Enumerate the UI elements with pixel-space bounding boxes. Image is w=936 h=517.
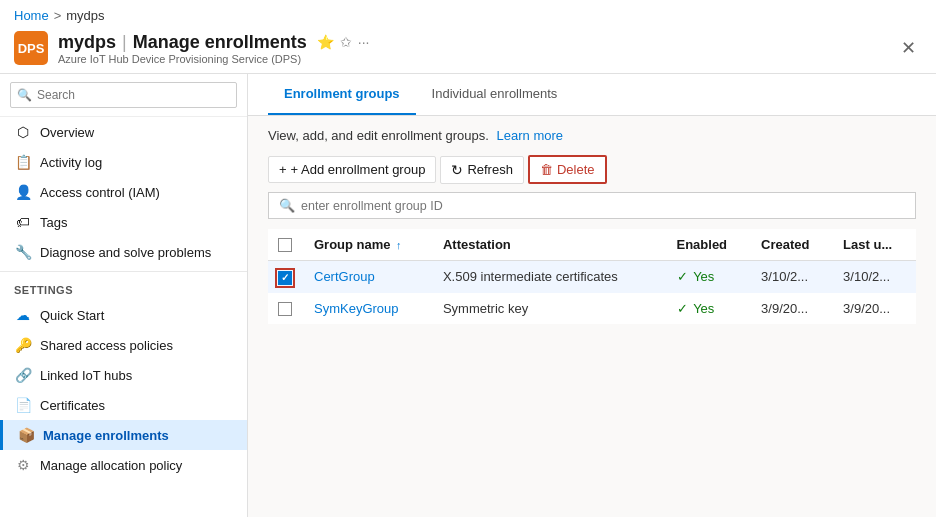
row2-created: 3/9/20... [751, 293, 833, 325]
search-icon: 🔍 [279, 198, 295, 213]
sidebar-item-tags[interactable]: 🏷 Tags [0, 207, 247, 237]
header-resource-name: mydps [58, 32, 116, 53]
diagnose-icon: 🔧 [14, 244, 32, 260]
row1-checkbox-cell[interactable]: ✓ [268, 261, 304, 293]
access-control-icon: 👤 [14, 184, 32, 200]
header-checkbox[interactable] [278, 238, 292, 252]
sidebar-manageenroll-label: Manage enrollments [43, 428, 169, 443]
service-icon: DPS [14, 31, 48, 65]
sidebar-search-icon: 🔍 [17, 88, 32, 102]
delete-button[interactable]: 🗑 Delete [528, 155, 607, 184]
tab-enrollment-groups[interactable]: Enrollment groups [268, 74, 416, 115]
sidebar-search-input[interactable] [10, 82, 237, 108]
row2-last-updated: 3/9/20... [833, 293, 916, 325]
content-area: Enrollment groups Individual enrollments… [248, 74, 936, 517]
col-checkbox [268, 229, 304, 261]
certgroup-link[interactable]: CertGroup [314, 269, 375, 284]
add-label: + Add enrollment group [291, 162, 426, 177]
shared-access-icon: 🔑 [14, 337, 32, 353]
refresh-button[interactable]: ↻ Refresh [440, 156, 524, 184]
add-icon: + [279, 162, 287, 177]
sidebar-managealloc-label: Manage allocation policy [40, 458, 182, 473]
sidebar-access-label: Access control (IAM) [40, 185, 160, 200]
enrollment-table: Group name ↑ Attestation Enabled Created [268, 229, 916, 324]
sidebar-tags-label: Tags [40, 215, 67, 230]
description: View, add, and edit enrollment groups. L… [268, 128, 916, 143]
row2-checkbox[interactable] [278, 302, 292, 316]
symkeygroup-link[interactable]: SymKeyGroup [314, 301, 399, 316]
sort-icon: ↑ [396, 239, 402, 251]
sidebar-item-shared-access[interactable]: 🔑 Shared access policies [0, 330, 247, 360]
refresh-icon: ↻ [451, 162, 463, 178]
search-bar: 🔍 [268, 192, 916, 219]
title-bar: Home > mydps DPS mydps | Manage enrollme… [0, 0, 936, 74]
row1-group-name[interactable]: CertGroup [304, 261, 433, 293]
bookmark-icon[interactable]: ✩ [340, 34, 352, 50]
sidebar-diagnose-label: Diagnose and solve problems [40, 245, 211, 260]
tab-individual-enrollments[interactable]: Individual enrollments [416, 74, 574, 115]
toolbar: + + Add enrollment group ↻ Refresh 🗑 Del… [268, 151, 916, 192]
header-row: DPS mydps | Manage enrollments ⭐ ✩ ··· A… [14, 27, 922, 73]
header-page-title: Manage enrollments [133, 32, 307, 53]
col-enabled: Enabled [667, 229, 752, 261]
sidebar-item-certificates[interactable]: 📄 Certificates [0, 390, 247, 420]
sidebar-search-wrap: 🔍 [0, 74, 247, 117]
enrollment-search-input[interactable] [301, 199, 905, 213]
row1-enabled: ✓ Yes [667, 261, 752, 293]
certificates-icon: 📄 [14, 397, 32, 413]
delete-label: Delete [557, 162, 595, 177]
sidebar-item-access-control[interactable]: 👤 Access control (IAM) [0, 177, 247, 207]
sidebar-item-manage-enrollments[interactable]: 📦 Manage enrollments [0, 420, 247, 450]
sidebar-item-manage-allocation[interactable]: ⚙ Manage allocation policy [0, 450, 247, 480]
more-icon[interactable]: ··· [358, 34, 370, 50]
row2-attestation: Symmetric key [433, 293, 667, 325]
table-row[interactable]: SymKeyGroup Symmetric key ✓ Yes 3/9/20..… [268, 293, 916, 325]
overview-icon: ⬡ [14, 124, 32, 140]
delete-icon: 🗑 [540, 162, 553, 177]
close-button[interactable]: ✕ [895, 35, 922, 61]
sidebar-item-diagnose[interactable]: 🔧 Diagnose and solve problems [0, 237, 247, 267]
sidebar-item-overview[interactable]: ⬡ Overview [0, 117, 247, 147]
sidebar-quickstart-label: Quick Start [40, 308, 104, 323]
row2-checkbox-cell[interactable] [268, 293, 304, 325]
sidebar-shared-label: Shared access policies [40, 338, 173, 353]
content-inner: View, add, and edit enrollment groups. L… [248, 116, 936, 344]
header-pipe: | [122, 32, 127, 53]
col-group-name[interactable]: Group name ↑ [304, 229, 433, 261]
row1-checkbox[interactable]: ✓ [278, 271, 292, 285]
sidebar: 🔍 ⬡ Overview 📋 Activity log 👤 Access con… [0, 74, 248, 517]
breadcrumb-current: mydps [66, 8, 104, 23]
sidebar-settings-label: Settings [0, 276, 247, 300]
row1-created: 3/10/2... [751, 261, 833, 293]
linked-iot-icon: 🔗 [14, 367, 32, 383]
tabs-bar: Enrollment groups Individual enrollments [248, 74, 936, 116]
sidebar-certificates-label: Certificates [40, 398, 105, 413]
breadcrumb: Home > mydps [14, 4, 922, 27]
sidebar-item-quick-start[interactable]: ☁ Quick Start [0, 300, 247, 330]
col-attestation: Attestation [433, 229, 667, 261]
manage-allocation-icon: ⚙ [14, 457, 32, 473]
sidebar-overview-label: Overview [40, 125, 94, 140]
add-enrollment-button[interactable]: + + Add enrollment group [268, 156, 436, 183]
quick-start-icon: ☁ [14, 307, 32, 323]
breadcrumb-sep: > [54, 8, 62, 23]
col-created: Created [751, 229, 833, 261]
row2-enabled: ✓ Yes [667, 293, 752, 325]
col-last-updated: Last u... [833, 229, 916, 261]
favorite-icon[interactable]: ⭐ [317, 34, 334, 50]
sidebar-activity-label: Activity log [40, 155, 102, 170]
sidebar-item-activity-log[interactable]: 📋 Activity log [0, 147, 247, 177]
header-subtitle: Azure IoT Hub Device Provisioning Servic… [58, 53, 369, 65]
breadcrumb-home[interactable]: Home [14, 8, 49, 23]
header-text: mydps | Manage enrollments ⭐ ✩ ··· Azure… [58, 32, 369, 65]
manage-enrollments-icon: 📦 [17, 427, 35, 443]
description-text: View, add, and edit enrollment groups. [268, 128, 489, 143]
row2-group-name[interactable]: SymKeyGroup [304, 293, 433, 325]
table-row[interactable]: ✓ CertGroup X.509 intermediate certifica… [268, 261, 916, 293]
refresh-label: Refresh [467, 162, 513, 177]
activity-log-icon: 📋 [14, 154, 32, 170]
row1-last-updated: 3/10/2... [833, 261, 916, 293]
sidebar-item-linked-iot[interactable]: 🔗 Linked IoT hubs [0, 360, 247, 390]
learn-more-link[interactable]: Learn more [497, 128, 563, 143]
group-name-label: Group name [314, 237, 391, 252]
